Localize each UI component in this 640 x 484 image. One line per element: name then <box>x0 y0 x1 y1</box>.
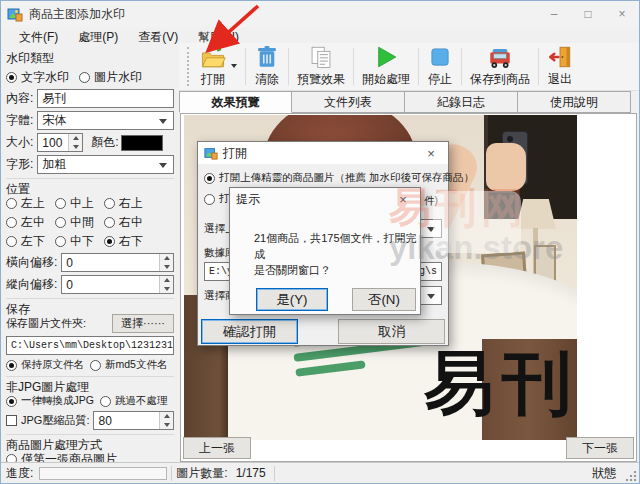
folder-open-icon <box>200 44 226 70</box>
h-offset-stepper[interactable]: 0 <box>61 253 174 272</box>
radio-label: 左下 <box>21 233 45 250</box>
radio-pos-bottom-left[interactable]: 左下 <box>6 233 45 250</box>
radio-pos-top-center[interactable]: 中上 <box>55 195 94 212</box>
radio-image-watermark[interactable]: 圖片水印 <box>79 69 142 86</box>
menu-process[interactable]: 處理(P) <box>68 27 128 48</box>
radio-label: 中間 <box>70 214 94 231</box>
content-label: 內容: <box>6 90 33 107</box>
menu-file[interactable]: 文件(F) <box>9 27 68 48</box>
toolbar-separator <box>288 48 289 85</box>
spinner-up-icon[interactable] <box>160 254 173 263</box>
toolbar-grip <box>187 47 191 86</box>
radio-icon <box>104 198 115 209</box>
chevron-down-icon <box>159 119 167 124</box>
radio-label: 左上 <box>21 195 45 212</box>
radio-label: 新md5文件名 <box>105 358 167 372</box>
size-stepper[interactable]: 100 <box>37 133 83 152</box>
tab-help[interactable]: 使用說明 <box>518 91 631 113</box>
spinner-down-icon[interactable] <box>160 285 173 294</box>
save-folder-label: 保存圖片文件夾: <box>6 316 86 331</box>
open-button[interactable]: 打開 <box>193 43 244 90</box>
preview-document-icon <box>308 44 334 70</box>
clear-button[interactable]: 清除 <box>247 43 287 90</box>
choose-folder-button[interactable]: 選擇······ <box>112 314 174 333</box>
tab-log[interactable]: 紀錄日志 <box>405 91 518 113</box>
radio-open-upload-wizard[interactable]: 打開上傳精靈的商品圖片（推薦 加水印後可保存商品） <box>204 171 474 185</box>
no-button[interactable]: 否(N) <box>352 288 416 311</box>
main-toolbar: 打開 清除 <box>179 43 639 91</box>
title-bar: 商品主图添加水印 – □ × <box>1 1 639 27</box>
dropdown-caret-icon[interactable] <box>231 64 237 68</box>
radio-first-image[interactable]: 僅第一張商品圖片 <box>6 451 117 462</box>
cancel-button[interactable]: 取消 <box>338 319 445 344</box>
radio-md5-filename[interactable]: 新md5文件名 <box>90 358 167 372</box>
yes-button[interactable]: 是(Y) <box>256 288 328 311</box>
radio-convert-jpg[interactable]: 一律轉換成JPG <box>6 394 94 408</box>
tab-effect-preview[interactable]: 效果預覽 <box>179 91 292 113</box>
radio-label: 一律轉換成JPG <box>21 394 94 408</box>
radio-pos-top-left[interactable]: 左上 <box>6 195 45 212</box>
spinner-up-icon[interactable] <box>160 276 173 285</box>
toolbar-label: 打開 <box>201 71 225 88</box>
radio-pos-bottom-center[interactable]: 中下 <box>55 233 94 250</box>
content-input[interactable]: 易刊 <box>37 89 174 108</box>
close-icon[interactable]: × <box>420 146 442 161</box>
save-path-input[interactable]: C:\Users\mm\Desktop\123123123 <box>6 336 174 355</box>
radio-pos-top-right[interactable]: 右上 <box>104 195 143 212</box>
group-position: 位置 <box>6 178 174 193</box>
radio-pos-bottom-right[interactable]: 右下 <box>104 233 143 250</box>
radio-pos-center[interactable]: 中間 <box>55 214 94 231</box>
radio-pos-mid-left[interactable]: 左中 <box>6 214 45 231</box>
tab-file-list[interactable]: 文件列表 <box>292 91 405 113</box>
radio-icon <box>55 217 66 228</box>
color-swatch[interactable] <box>121 135 163 151</box>
v-offset-stepper[interactable]: 0 <box>61 275 174 294</box>
radio-label: 右下 <box>119 233 143 250</box>
radio-icon <box>55 198 66 209</box>
spinner-down-icon[interactable] <box>69 143 82 152</box>
radio-icon <box>79 72 90 83</box>
stop-button[interactable]: 停止 <box>420 43 460 90</box>
play-icon <box>373 44 399 70</box>
prompt-dialog: 提示 × 21個商品，共175個文件，打開完成 是否關閉窗口？ 是(Y) 否(N… <box>229 187 421 315</box>
radio-pos-mid-right[interactable]: 右中 <box>104 214 143 231</box>
minimize-icon[interactable]: – <box>537 1 571 27</box>
radio-icon <box>6 360 17 371</box>
previous-image-button[interactable]: 上一張 <box>183 437 251 459</box>
resize-grip[interactable] <box>624 469 637 482</box>
h-offset-label: 橫向偏移: <box>6 254 57 271</box>
radio-skip[interactable]: 跳過不處理 <box>100 394 168 408</box>
statusbar-separator <box>171 466 172 481</box>
radio-keep-filename[interactable]: 保持原文件名 <box>6 358 84 372</box>
spinner-down-icon[interactable] <box>160 263 173 272</box>
confirm-open-button[interactable]: 確認打開 <box>201 319 298 344</box>
close-icon[interactable]: × <box>392 192 414 207</box>
close-icon[interactable]: × <box>605 1 639 27</box>
settings-panel: 水印類型 文字水印 圖片水印 內容: 易刊 字體: 宋体 大小: <box>1 47 179 462</box>
radio-text-watermark[interactable]: 文字水印 <box>6 69 69 86</box>
status-bar: 進度: 圖片數量: 1/175 狀態 <box>1 462 639 483</box>
content-value: 易刊 <box>42 90 66 107</box>
preview-effect-button[interactable]: 預覽效果 <box>290 43 352 90</box>
radio-label: 文字水印 <box>21 69 69 86</box>
app-icon <box>7 6 23 22</box>
font-select[interactable]: 宋体 <box>37 111 174 130</box>
jpg-quality-stepper[interactable]: 80 <box>93 411 174 430</box>
group-watermark-type: 水印類型 <box>6 51 174 66</box>
radio-icon <box>104 236 115 247</box>
radio-icon <box>100 396 111 407</box>
style-select[interactable]: 加粗 <box>37 155 174 174</box>
radio-label: 左中 <box>21 214 45 231</box>
spinner-up-icon[interactable] <box>69 134 82 143</box>
start-process-button[interactable]: 開始處理 <box>355 43 417 90</box>
maximize-icon[interactable]: □ <box>571 1 605 27</box>
spinner-up-icon[interactable] <box>160 412 173 421</box>
spinner-down-icon[interactable] <box>160 421 173 430</box>
stop-icon <box>427 44 453 70</box>
save-to-product-button[interactable]: 保存到商品 <box>463 43 537 90</box>
toolbar-separator <box>245 48 246 85</box>
next-image-button[interactable]: 下一張 <box>566 437 634 459</box>
jpg-quality-checkbox[interactable]: JPG壓縮品質: <box>6 413 89 428</box>
style-value: 加粗 <box>42 156 66 173</box>
exit-button[interactable]: 退出 <box>540 43 580 90</box>
